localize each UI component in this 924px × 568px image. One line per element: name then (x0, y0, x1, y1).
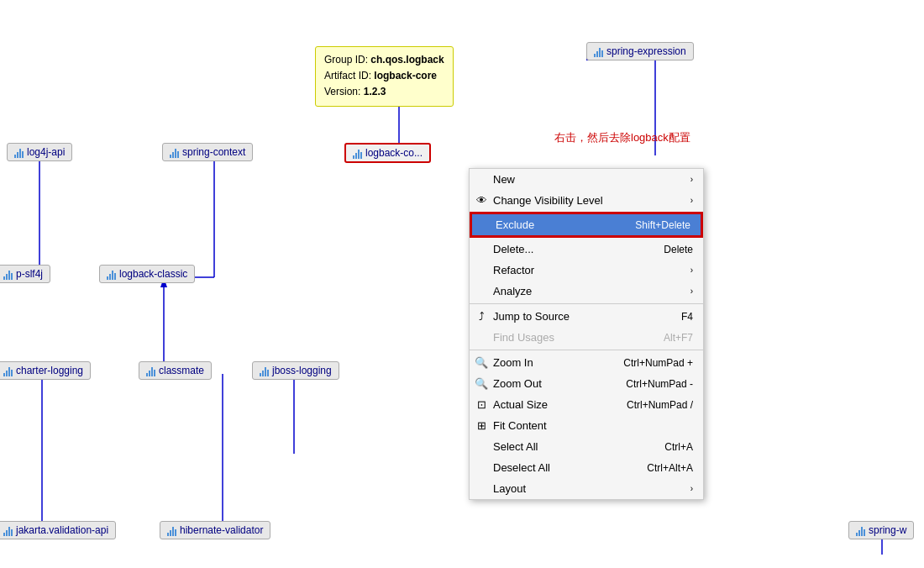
artifact-tooltip: Group ID: ch.qos.logback Artifact ID: lo… (315, 46, 454, 107)
menu-item-label: Deselect All (493, 461, 550, 474)
menu-item-label: Actual Size (493, 398, 548, 411)
connection-lines (0, 0, 924, 568)
menu-item-delete[interactable]: Delete... Delete (470, 239, 703, 260)
node-log4j-api[interactable]: log4j-api (7, 143, 72, 161)
annotation-text: 右击，然后去除logback配置 (554, 130, 690, 145)
menu-item-shortcut: Ctrl+NumPad + (623, 357, 693, 369)
tooltip-version: Version: 1.2.3 (324, 84, 444, 100)
context-menu: New › 👁 Change Visibility Level › Exclud… (469, 168, 704, 500)
bar-icon (146, 365, 155, 376)
menu-separator-2 (470, 350, 703, 350)
menu-item-change-visibility[interactable]: 👁 Change Visibility Level › (470, 190, 703, 211)
menu-separator-1 (470, 303, 703, 304)
menu-item-shortcut: Alt+F7 (664, 332, 693, 344)
node-label: jakarta.validation-api (16, 524, 108, 536)
tooltip-artifact-id: Artifact ID: logback-core (324, 68, 444, 84)
menu-item-shortcut: Shift+Delete (635, 219, 690, 231)
node-logback-classic[interactable]: logback-classic (99, 265, 195, 283)
menu-item-label: Delete... (493, 243, 533, 255)
menu-item-label: Change Visibility Level (493, 194, 603, 207)
node-label: classmate (159, 365, 204, 376)
menu-item-deselect-all[interactable]: Deselect All Ctrl+Alt+A (470, 457, 703, 478)
menu-item-label: Find Usages (493, 331, 554, 344)
node-label: logback-classic (119, 268, 187, 280)
node-label: charter-logging (16, 365, 83, 376)
menu-item-shortcut: F4 (681, 311, 693, 323)
menu-item-shortcut: Ctrl+A (664, 441, 693, 453)
menu-item-fit-content[interactable]: ⊞ Fit Content (470, 415, 703, 436)
menu-item-shortcut: Ctrl+NumPad / (627, 399, 693, 411)
node-label: jboss-logging (272, 365, 332, 376)
menu-item-jump-to-source[interactable]: ⤴ Jump to Source F4 (470, 306, 703, 327)
menu-item-exclude[interactable]: Exclude Shift+Delete (471, 213, 701, 236)
menu-item-select-all[interactable]: Select All Ctrl+A (470, 436, 703, 457)
actual-size-icon: ⊡ (475, 398, 488, 412)
zoom-in-icon: 🔍 (475, 356, 488, 370)
menu-item-zoom-out[interactable]: 🔍 Zoom Out Ctrl+NumPad - (470, 373, 703, 394)
bar-icon (167, 524, 176, 536)
node-classmate[interactable]: classmate (139, 361, 212, 380)
tooltip-version-value: 1.2.3 (364, 86, 386, 97)
menu-item-label: Layout (493, 482, 526, 495)
menu-item-layout[interactable]: Layout › (470, 478, 703, 499)
node-hibernate-validator[interactable]: hibernate-validator (160, 521, 270, 539)
zoom-out-icon: 🔍 (475, 377, 488, 391)
menu-item-label: New (493, 173, 515, 186)
node-label: spring-expression (606, 45, 686, 57)
node-logback-core[interactable]: logback-co... (344, 143, 431, 163)
fit-content-icon: ⊞ (475, 419, 488, 433)
node-label: spring-context (182, 146, 245, 158)
bar-icon (260, 365, 269, 376)
bar-icon (856, 524, 865, 536)
bar-icon (170, 146, 179, 158)
node-spring-context[interactable]: spring-context (162, 143, 253, 161)
node-jakarta-validation[interactable]: jakarta.validation-api (0, 521, 116, 539)
bar-icon (14, 146, 24, 158)
menu-item-actual-size[interactable]: ⊡ Actual Size Ctrl+NumPad / (470, 394, 703, 415)
menu-item-label: Zoom Out (493, 377, 542, 390)
menu-item-label: Refactor (493, 264, 534, 276)
bar-icon (353, 147, 362, 159)
node-charter-logging[interactable]: charter-logging (0, 361, 91, 380)
node-spring-expression[interactable]: spring-expression (586, 42, 694, 60)
arrow-icon: › (690, 266, 693, 275)
menu-item-shortcut: Delete (664, 244, 693, 255)
diagram-canvas: Group ID: ch.qos.logback Artifact ID: lo… (0, 0, 924, 568)
bar-icon (3, 268, 13, 280)
bar-icon (3, 524, 13, 536)
eye-icon: 👁 (475, 194, 488, 208)
menu-item-find-usages: Find Usages Alt+F7 (470, 327, 703, 348)
node-label: logback-co... (365, 147, 423, 159)
menu-item-shortcut: Ctrl+NumPad - (626, 378, 693, 390)
menu-item-label: Fit Content (493, 419, 547, 432)
menu-item-label: Select All (493, 440, 538, 453)
tooltip-group-id: Group ID: ch.qos.logback (324, 52, 444, 68)
arrow-icon: › (690, 175, 693, 184)
bar-icon (107, 268, 116, 280)
menu-item-zoom-in[interactable]: 🔍 Zoom In Ctrl+NumPad + (470, 352, 703, 373)
tooltip-group-id-value: ch.qos.logback (370, 54, 444, 66)
node-spring-w[interactable]: spring-w (848, 521, 914, 539)
node-label: spring-w (869, 524, 906, 536)
arrow-icon: › (690, 196, 693, 205)
node-p-slf4j[interactable]: p-slf4j (0, 265, 50, 283)
menu-item-label: Jump to Source (493, 310, 570, 323)
menu-item-analyze[interactable]: Analyze › (470, 281, 703, 302)
arrow-icon: › (690, 287, 693, 296)
bar-icon (3, 365, 13, 376)
menu-item-refactor[interactable]: Refactor › (470, 260, 703, 281)
arrow-icon: › (690, 484, 693, 493)
node-label: p-slf4j (16, 268, 43, 280)
bar-icon (594, 45, 603, 57)
menu-item-shortcut: Ctrl+Alt+A (647, 462, 693, 474)
jump-icon: ⤴ (475, 310, 488, 323)
node-jboss-logging[interactable]: jboss-logging (252, 361, 339, 380)
node-label: log4j-api (27, 146, 65, 158)
menu-item-new[interactable]: New › (470, 169, 703, 190)
menu-item-label: Zoom In (493, 356, 533, 369)
tooltip-artifact-id-value: logback-core (374, 70, 437, 82)
menu-item-label: Analyze (493, 285, 532, 297)
node-label: hibernate-validator (180, 524, 263, 536)
menu-item-label: Exclude (496, 218, 534, 231)
